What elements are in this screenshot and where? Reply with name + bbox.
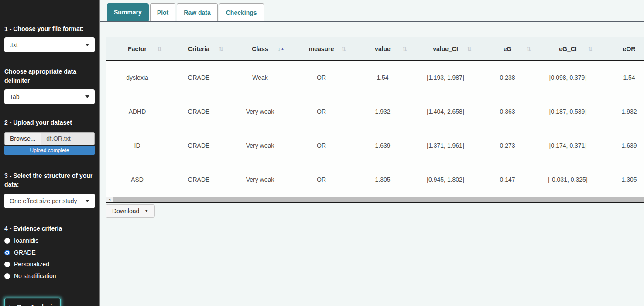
cell-value: 1.305 (352, 163, 413, 197)
cell-eor: 1.639 (599, 129, 644, 163)
sort-icon: ⇅ (219, 46, 223, 52)
tab-bar: Summary Plot Raw data Checkings (100, 0, 644, 22)
column-header-measure[interactable]: measure ⇅ (291, 37, 352, 61)
column-header-value-ci[interactable]: value_CI ⇅ (413, 37, 478, 61)
cell-eor: 1.305 (599, 163, 644, 197)
cell-value: 1.54 (352, 61, 413, 95)
evidence-criteria-radiogroup: Ioannidis GRADE Personalized No stratifi… (4, 237, 95, 279)
cell-criteria: GRADE (168, 129, 230, 163)
cell-measure: OR (291, 129, 352, 163)
cell-factor: dyslexia (106, 61, 168, 95)
cell-factor: ASD (106, 163, 168, 197)
sort-icon: ⇅ (157, 46, 161, 52)
radio-grade[interactable]: GRADE (4, 249, 95, 256)
column-label: Factor (128, 45, 147, 52)
cell-eor: 1.932 (599, 95, 644, 129)
cell-eg: 0.238 (478, 61, 537, 95)
play-icon: ▶ (10, 304, 14, 306)
structure-select[interactable]: One effect size per study (4, 194, 95, 208)
column-label: Criteria (188, 45, 209, 52)
radio-label: Ioannidis (14, 237, 38, 244)
delimiter-value: Tab (10, 93, 85, 100)
column-header-class[interactable]: Class ↓▲ (230, 37, 291, 61)
radio-personalized[interactable]: Personalized (4, 261, 95, 268)
cell-eg-ci: [0.174, 0.371] (537, 129, 599, 163)
column-header-eg[interactable]: eG ⇅ (478, 37, 537, 61)
table-header-row: Factor ⇅ Criteria ⇅ Class ↓▲ (106, 37, 644, 61)
chevron-down-icon (85, 200, 89, 202)
column-label: value_CI (433, 45, 458, 52)
cell-class: Very weak (230, 129, 291, 163)
structure-label: 3 - Select the structure of your data: (4, 171, 95, 189)
cell-measure: OR (291, 61, 352, 95)
file-format-value: .txt (10, 41, 85, 48)
tab-checkings[interactable]: Checkings (219, 3, 264, 21)
cell-eg-ci: [0.187, 0.539] (537, 95, 599, 129)
column-label: eOR (623, 45, 636, 52)
results-table: Factor ⇅ Criteria ⇅ Class ↓▲ (106, 37, 644, 197)
upload-progress-bar: Upload complete (4, 146, 95, 155)
structure-value: One effect size per study (10, 197, 85, 204)
chevron-down-icon (85, 44, 89, 46)
tab-raw-data[interactable]: Raw data (177, 3, 217, 21)
cell-eg: 0.363 (478, 95, 537, 129)
upload-section-label: 2 - Upload your dataset (4, 118, 95, 127)
sort-icon: ⇅ (588, 46, 592, 52)
cell-eg-ci: [-0.031, 0.325] (537, 163, 599, 197)
column-label: Class (252, 45, 268, 52)
cell-measure: OR (291, 163, 352, 197)
cell-value-ci: [1.193, 1.987] (413, 61, 478, 95)
main-panel: Summary Plot Raw data Checkings Factor (100, 0, 644, 306)
delimiter-select[interactable]: Tab (4, 89, 95, 104)
sort-icon: ⇅ (341, 46, 345, 52)
tab-plot[interactable]: Plot (150, 3, 175, 21)
column-header-eor[interactable]: eOR (599, 37, 644, 61)
results-table-container: Factor ⇅ Criteria ⇅ Class ↓▲ (106, 37, 644, 203)
tab-summary[interactable]: Summary (107, 3, 149, 21)
download-label: Download (112, 207, 139, 214)
column-label: measure (309, 45, 334, 52)
sort-descending-active-icon: ↓▲ (278, 45, 284, 52)
run-analysis-button[interactable]: ▶ Run Analysis (4, 298, 61, 306)
column-header-value[interactable]: value ⇅ (352, 37, 413, 61)
table-row: ID GRADE Very weak OR 1.639 [1.371, 1.96… (106, 129, 644, 163)
sort-icon: ⇅ (467, 46, 471, 52)
radio-icon (4, 273, 10, 279)
cell-criteria: GRADE (168, 95, 230, 129)
table-row: dyslexia GRADE Weak OR 1.54 [1.193, 1.98… (106, 61, 644, 95)
browse-button[interactable]: Browse... (5, 133, 41, 145)
radio-no-stratification[interactable]: No stratification (4, 272, 95, 279)
radio-icon (4, 238, 10, 244)
scroll-left-arrow[interactable]: ◄ (106, 197, 113, 202)
file-upload-input: Browse... df.OR.txt (4, 132, 95, 145)
radio-label: No stratification (14, 272, 56, 279)
evidence-criteria-label: 4 - Evidence criteria (4, 224, 95, 233)
scrollbar-thumb[interactable] (113, 197, 644, 202)
column-header-factor[interactable]: Factor ⇅ (106, 37, 168, 61)
cell-value: 1.932 (352, 95, 413, 129)
radio-ioannidis[interactable]: Ioannidis (4, 237, 95, 244)
cell-class: Weak (230, 61, 291, 95)
sidebar: 1 - Choose your file format: .txt Choose… (0, 0, 100, 306)
cell-value-ci: [0.945, 1.802] (413, 163, 478, 197)
cell-eg-ci: [0.098, 0.379] (537, 61, 599, 95)
sort-icon: ⇅ (526, 46, 530, 52)
download-button[interactable]: Download ▼ (106, 204, 155, 218)
column-label: value (375, 45, 391, 52)
radio-label: GRADE (14, 249, 36, 256)
cell-value: 1.639 (352, 129, 413, 163)
cell-class: Very weak (230, 163, 291, 197)
delimiter-label: Choose appropriate data delimiter (4, 67, 95, 85)
section-divider (106, 226, 644, 226)
chevron-down-icon (85, 95, 89, 98)
column-header-eg-ci[interactable]: eG_CI ⇅ (537, 37, 599, 61)
cell-factor: ID (106, 129, 168, 163)
cell-measure: OR (291, 95, 352, 129)
file-format-select[interactable]: .txt (4, 37, 95, 52)
cell-eor: 1.54 (599, 61, 644, 95)
table-row: ASD GRADE Very weak OR 1.305 [0.945, 1.8… (106, 163, 644, 197)
cell-criteria: GRADE (168, 61, 230, 95)
column-label: eG (504, 45, 512, 52)
uploaded-file-name: df.OR.txt (41, 133, 94, 145)
column-header-criteria[interactable]: Criteria ⇅ (168, 37, 230, 61)
